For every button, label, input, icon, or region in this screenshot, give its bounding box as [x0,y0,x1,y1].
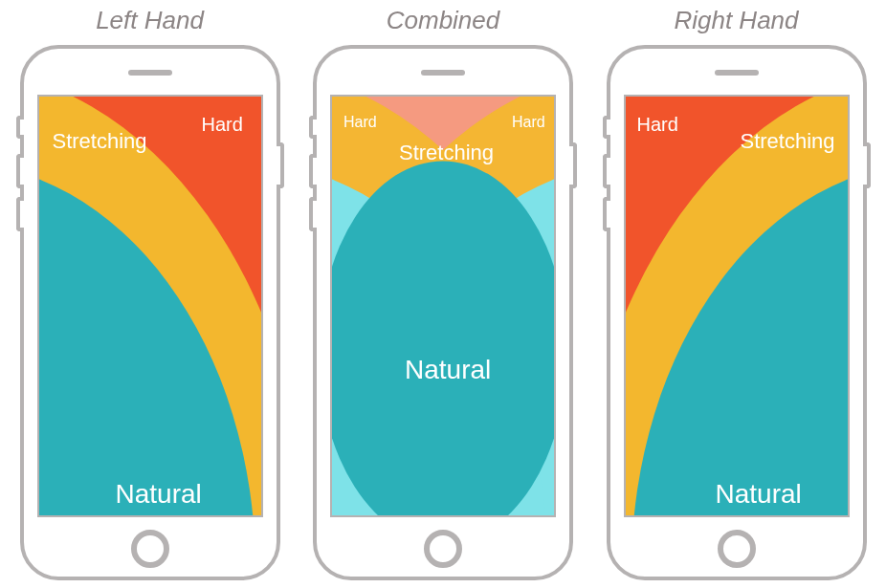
home-button-icon [131,530,169,568]
phone-outline: Stretching Hard Natural [20,45,280,580]
label-hard-right: Hard [512,114,545,131]
phone-screen: Hard Stretching Natural [624,95,850,517]
label-stretching: Stretching [399,141,494,165]
phone-screen: Hard Hard Stretching Natural [330,95,556,517]
volume-up-icon [603,154,610,188]
volume-up-icon [16,154,24,188]
panel-title: Left Hand [96,6,204,35]
label-stretching: Stretching [53,129,147,154]
panel-title: Right Hand [674,6,798,35]
mute-switch-icon [309,116,317,139]
home-button-icon [718,530,756,568]
panel-title: Combined [387,6,500,35]
phone-outline: Hard Stretching Natural [607,45,867,580]
mute-switch-icon [603,116,610,139]
mute-switch-icon [16,116,24,139]
panel-combined: Combined Hard Hard Stretching Natural [299,6,587,588]
label-natural: Natural [716,479,802,510]
power-button-icon [277,142,284,188]
zone-natural [332,161,554,515]
panel-right-hand: Right Hand Hard Stretching Natural [593,6,880,588]
label-stretching: Stretching [741,129,835,154]
phone-screen: Stretching Hard Natural [37,95,263,517]
power-button-icon [863,142,871,188]
power-button-icon [569,142,577,188]
volume-down-icon [16,197,24,231]
volume-down-icon [309,197,317,231]
phone-outline: Hard Hard Stretching Natural [313,45,573,580]
home-button-icon [424,530,462,568]
volume-up-icon [309,154,317,188]
label-hard: Hard [637,114,678,136]
label-natural: Natural [405,355,491,385]
panel-left-hand: Left Hand Stretching Hard Natural [7,6,294,588]
label-hard: Hard [202,114,243,136]
volume-down-icon [603,197,610,231]
label-hard-left: Hard [343,114,377,131]
label-natural: Natural [116,479,202,510]
